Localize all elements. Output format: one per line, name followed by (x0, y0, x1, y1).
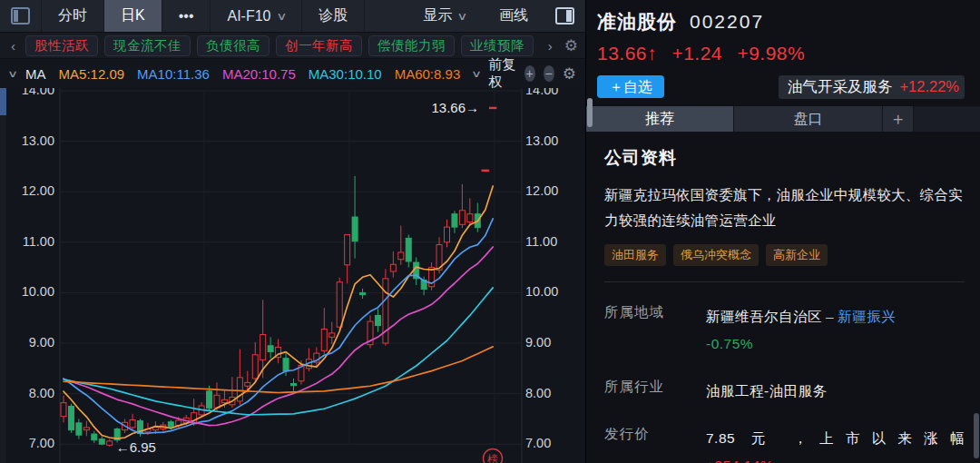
stock-tag-5[interactable]: 业绩预降 (461, 35, 534, 56)
region-concept-link[interactable]: 新疆振兴 (838, 309, 896, 324)
ma-value-3: MA30:10.10 (309, 66, 382, 82)
ai-f10-dropdown[interactable]: AI-F10 ∨ (211, 0, 302, 32)
add-tab-button[interactable]: ＋ (883, 106, 914, 132)
right-panel-scrollbar-thumb[interactable] (974, 413, 979, 458)
left-scroll-strip[interactable] (0, 88, 6, 463)
stock-app-window: 分时 日K ••• AI-F10 ∨ 诊股 显示 ∨ 画线 ‹ 股性活跃现金流不… (0, 0, 980, 463)
add-to-watchlist-button[interactable]: ＋自选 (597, 75, 664, 98)
y-axis-label-l-5: 9.00 (0, 335, 54, 350)
stock-info-panel: 准油股份002207 13.66↑ +1.24 +9.98% ＋自选 油气开采及… (585, 0, 980, 463)
ma-values: MA5:12.09MA10:11.36MA20:10.75MA30:10.10M… (59, 66, 461, 82)
y-axis-label-r-5: 9.00 (525, 335, 580, 350)
concept-chip-row: 油田服务俄乌冲突概念高新企业 (604, 244, 965, 266)
stock-name-and-code: 准油股份002207 (597, 9, 965, 34)
y-axis-label-l-1: 13.00 (0, 133, 54, 148)
concept-chip-0[interactable]: 油田服务 (604, 244, 666, 266)
industry-label: 所属行业 (604, 378, 706, 404)
up-arrow-icon: ↑ (647, 43, 657, 64)
last-price: 13.66 (597, 43, 647, 64)
y-axis-label-l-4: 10.00 (0, 284, 54, 299)
ma-value-1: MA10:11.36 (137, 66, 210, 82)
display-label: 显示 (423, 6, 452, 25)
section-title: 公司资料 (604, 146, 965, 170)
region-concept-change: -0.75% (706, 336, 753, 351)
ma-title: MA (25, 66, 46, 82)
panel-splitter-handle[interactable] (587, 98, 593, 127)
low-price-marker: ←6.95 (116, 439, 156, 455)
tab-minute-chart[interactable]: 分时 (42, 0, 104, 32)
left-scroll-thumb[interactable] (0, 88, 6, 115)
issue-price-value: 7.85 元 ，上市以来涨幅 (706, 425, 965, 451)
y-axis-label-r-2: 12.00 (525, 183, 580, 198)
y-axis-label-r-4: 10.00 (525, 284, 580, 299)
sector-name: 油气开采及服务 (788, 77, 893, 97)
chart-settings-gear-icon[interactable]: ⚙ (563, 64, 576, 84)
stock-tag-3[interactable]: 创一年新高 (276, 35, 362, 56)
chart-svg: 13.66→←6.95榜 (0, 88, 585, 463)
y-axis-label-l-7: 7.00 (0, 436, 54, 450)
stock-name: 准油股份 (597, 11, 677, 32)
y-axis-label-r-6: 8.00 (525, 386, 580, 400)
tags-settings-gear-icon[interactable]: ⚙ (564, 36, 578, 55)
concept-chip-2[interactable]: 高新企业 (766, 244, 828, 266)
tag-list: 股性活跃现金流不佳负债很高创一年新高偿债能力弱业绩预降盈利 (25, 35, 538, 56)
draw-line-button[interactable]: 画线 (483, 0, 544, 32)
chart-toolbar: 分时 日K ••• AI-F10 ∨ 诊股 显示 ∨ 画线 (0, 0, 585, 33)
sector-quote-chip[interactable]: 油气开采及服务 +12.22% (779, 75, 965, 99)
y-axis-label-r-1: 13.00 (525, 133, 580, 148)
y-axis-label-l-2: 12.00 (0, 183, 54, 198)
more-periods-button[interactable]: ••• (162, 0, 211, 32)
collapse-ma-icon[interactable]: ∨ (7, 68, 18, 80)
tab-recommend[interactable]: 推荐 (586, 106, 734, 132)
price-change: +1.24 (671, 43, 722, 64)
toolbar-spacer (365, 0, 407, 32)
chart-panel: 分时 日K ••• AI-F10 ∨ 诊股 显示 ∨ 画线 ‹ 股性活跃现金流不… (0, 0, 585, 463)
ranking-stamp-icon: 榜 (486, 453, 498, 463)
zoom-in-button[interactable]: + (524, 65, 535, 82)
expand-right-panel-button[interactable] (544, 0, 585, 32)
chevron-down-icon: ∨ (276, 10, 287, 23)
tags-prev-button[interactable]: ‹ (7, 38, 19, 54)
ma-value-4: MA60:8.93 (395, 66, 461, 82)
y-axis-label-l-6: 8.00 (0, 386, 54, 400)
y-axis-label-r-3: 11.00 (525, 234, 580, 249)
concept-chip-1[interactable]: 俄乌冲突概念 (673, 244, 759, 266)
stock-tag-0[interactable]: 股性活跃 (25, 35, 98, 56)
diagnose-stock-button[interactable]: 诊股 (302, 0, 365, 32)
tags-next-button[interactable]: › (544, 38, 556, 54)
adjust-dropdown-chevron-icon[interactable]: ∨ (471, 68, 482, 80)
region-label: 所属地域 (604, 303, 706, 357)
ma-value-0: MA5:12.09 (59, 66, 125, 82)
issue-price-label: 发行价 (604, 425, 706, 463)
region-value: 新疆维吾尔自治区 (706, 309, 822, 324)
collapse-left-panel-button[interactable] (0, 0, 42, 32)
industry-row: 所属行业 油服工程-油田服务 (604, 378, 965, 404)
price-adjust-mode[interactable]: 前复权 (488, 56, 515, 91)
stock-tag-2[interactable]: 负债很高 (197, 35, 270, 56)
tab-order-book[interactable]: 盘口 (734, 106, 883, 132)
stock-code: 002207 (690, 11, 764, 32)
stock-tag-bar: ‹ 股性活跃现金流不佳负债很高创一年新高偿债能力弱业绩预降盈利 › ⚙ (0, 33, 585, 59)
y-axis-label-r-0: 14.00 (525, 88, 580, 97)
industry-value: 油服工程-油田服务 (706, 378, 965, 404)
ma-value-2: MA20:10.75 (222, 66, 296, 82)
display-dropdown[interactable]: 显示 ∨ (407, 0, 483, 32)
company-description: 新疆克拉玛依国资委旗下，油服企业中规模较大、综合实力较强的连续油管运营企业 (604, 182, 965, 232)
ma-indicator-bar: ∨ MA MA5:12.09MA10:11.36MA20:10.75MA30:1… (0, 59, 585, 88)
chevron-down-icon: ∨ (456, 10, 467, 23)
y-axis-label-l-0: 14.00 (0, 88, 54, 97)
price-change-pct: +9.98% (737, 43, 805, 64)
sector-change-pct: +12.22% (899, 78, 959, 95)
tab-daily-k[interactable]: 日K (104, 0, 162, 32)
stock-tag-1[interactable]: 现金流不佳 (104, 35, 191, 56)
stock-tag-4[interactable]: 偿债能力弱 (368, 35, 455, 56)
issue-price-row: 发行价 7.85 元 ，上市以来涨幅 +254.14% (604, 425, 965, 463)
panel-left-icon (11, 7, 30, 25)
y-axis-label-r-7: 7.00 (525, 436, 580, 450)
ai-f10-label: AI-F10 (227, 8, 270, 25)
tabs-filler (914, 106, 980, 132)
zoom-out-button[interactable]: − (544, 65, 554, 82)
divider (604, 281, 965, 282)
price-row: 13.66↑ +1.24 +9.98% (597, 43, 965, 64)
candlestick-chart[interactable]: 13.66→←6.95榜14.0014.0013.0013.0012.0012.… (0, 88, 585, 463)
